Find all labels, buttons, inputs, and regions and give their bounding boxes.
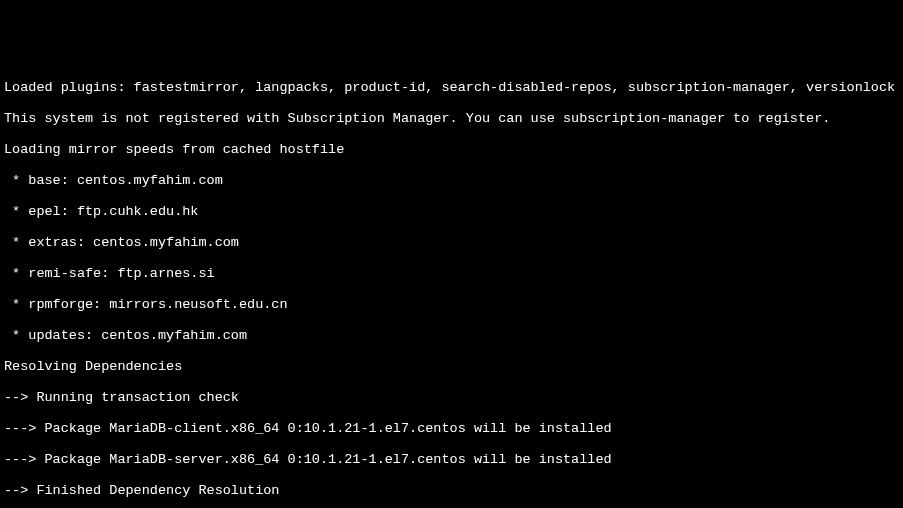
check-line: --> Running transaction check <box>4 390 899 406</box>
check-line: --> Finished Dependency Resolution <box>4 483 899 499</box>
resolving-line: Resolving Dependencies <box>4 359 899 375</box>
mirror-line: * epel: ftp.cuhk.edu.hk <box>4 204 899 220</box>
registration-line: This system is not registered with Subsc… <box>4 111 899 127</box>
check-line: ---> Package MariaDB-client.x86_64 0:10.… <box>4 421 899 437</box>
terminal-output: Loaded plugins: fastestmirror, langpacks… <box>4 64 899 508</box>
loading-mirrors-line: Loading mirror speeds from cached hostfi… <box>4 142 899 158</box>
mirror-line: * rpmforge: mirrors.neusoft.edu.cn <box>4 297 899 313</box>
plugins-line: Loaded plugins: fastestmirror, langpacks… <box>4 80 899 96</box>
check-line: ---> Package MariaDB-server.x86_64 0:10.… <box>4 452 899 468</box>
mirror-line: * updates: centos.myfahim.com <box>4 328 899 344</box>
mirror-line: * base: centos.myfahim.com <box>4 173 899 189</box>
mirror-line: * extras: centos.myfahim.com <box>4 235 899 251</box>
mirror-line: * remi-safe: ftp.arnes.si <box>4 266 899 282</box>
